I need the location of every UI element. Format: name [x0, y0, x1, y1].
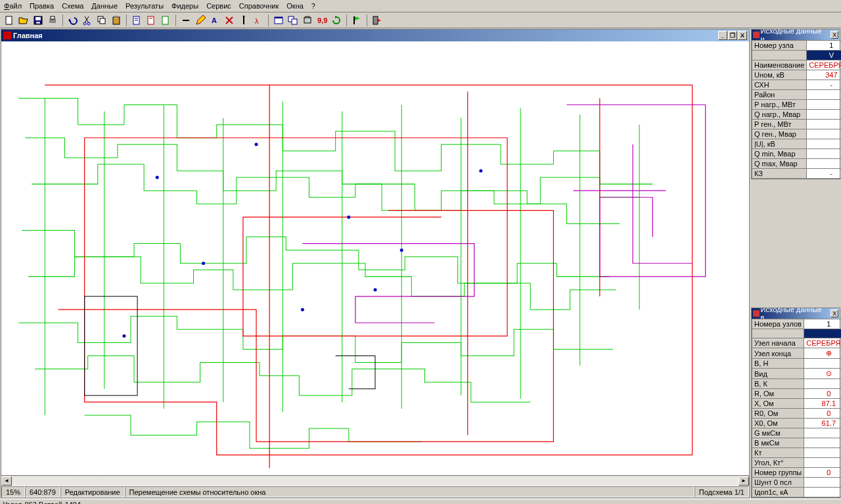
horizontal-scrollbar[interactable]: ◄ ► [1, 475, 749, 486]
prop-value[interactable]: 0 [804, 389, 841, 399]
minimize-button[interactable]: _ [718, 31, 727, 40]
prop-value[interactable]: 61.7 [804, 419, 841, 428]
menu-windows[interactable]: Окна [286, 2, 304, 10]
cut-icon[interactable] [81, 14, 94, 27]
prop-value[interactable] [804, 448, 841, 458]
new-icon[interactable] [3, 14, 16, 27]
prop-value[interactable] [804, 478, 841, 488]
tool-text-icon[interactable]: A [208, 14, 221, 27]
node-panel-title[interactable]: Исходные данные н... X [752, 30, 840, 40]
prop-label: Шунт 0 псл [752, 478, 804, 488]
maximize-button[interactable]: ❐ [728, 31, 737, 40]
prop-value[interactable] [804, 458, 841, 468]
prop-value[interactable]: 0 [804, 468, 841, 478]
menu-reference[interactable]: Справочник [239, 2, 279, 10]
prop-value[interactable]: 87.1 [804, 399, 841, 409]
branch-props-table[interactable]: Номера узлов1Узел началаСЕРЕБРЯНСУзел ко… [752, 319, 841, 497]
scroll-track[interactable] [12, 476, 739, 486]
child-titlebar[interactable]: Главная _ ❐ X [1, 30, 749, 41]
prop-value[interactable]: 1 [804, 319, 841, 329]
paste-icon[interactable] [110, 14, 123, 27]
prop-value[interactable] [807, 120, 841, 129]
menu-schema[interactable]: Схема [62, 2, 83, 10]
copy-icon[interactable] [95, 14, 108, 27]
doc3-icon[interactable] [159, 14, 172, 27]
prop-value[interactable] [807, 129, 841, 139]
prop-value[interactable]: - [807, 169, 841, 179]
menu-file[interactable]: ФФайлайл [4, 2, 22, 10]
menu-service[interactable]: Сервис [206, 2, 231, 10]
save-icon[interactable] [32, 14, 45, 27]
svg-marker-40 [355, 16, 360, 20]
prop-label: Q нагр., Мвар [752, 110, 807, 120]
prop-value[interactable] [807, 159, 841, 169]
prop-value[interactable]: СЕРЕБРЯНС [804, 338, 841, 348]
prop-value[interactable] [804, 329, 841, 338]
prop-value[interactable]: СЕРЕБРЯНС [807, 60, 841, 70]
svg-rect-6 [49, 19, 56, 23]
prop-value[interactable]: 1 [807, 41, 841, 51]
scroll-right-button[interactable]: ► [739, 476, 749, 486]
window2-icon[interactable] [286, 14, 300, 27]
print-icon[interactable] [46, 14, 59, 27]
menu-help[interactable]: ? [311, 2, 315, 10]
status-zoom: 15% [1, 486, 25, 497]
doc2-icon[interactable] [145, 14, 158, 27]
prop-value[interactable] [804, 438, 841, 448]
prop-label [752, 51, 807, 60]
tool-info-icon[interactable] [237, 14, 250, 27]
prop-value[interactable] [807, 139, 841, 149]
prop-value[interactable] [804, 379, 841, 389]
prop-value[interactable]: ⊙ [804, 369, 841, 379]
power-grid-schematic [5, 45, 745, 475]
refresh-icon[interactable] [330, 14, 343, 27]
exit-icon[interactable] [371, 14, 384, 27]
prop-value[interactable] [807, 110, 841, 120]
prop-value[interactable]: V [807, 51, 841, 60]
prop-value[interactable]: ⊕ [804, 348, 841, 359]
menu-feeders[interactable]: Фидеры [171, 2, 198, 10]
close-button[interactable]: X [738, 31, 747, 40]
tool-node-icon[interactable] [179, 14, 193, 27]
doc1-icon[interactable] [130, 14, 143, 27]
menu-results[interactable]: Результаты [125, 2, 164, 10]
branch-panel-title[interactable]: Исходные данные в... X [752, 308, 840, 319]
prop-value[interactable] [804, 359, 841, 369]
prop-label: КЗ [752, 169, 807, 179]
menu-edit[interactable]: Правка [30, 2, 54, 10]
svg-rect-16 [114, 16, 118, 18]
menu-data[interactable]: Данные [91, 2, 118, 10]
prop-label: R0, Ом [752, 409, 804, 419]
db-icon[interactable] [301, 14, 314, 27]
svg-marker-24 [196, 15, 206, 24]
prop-value[interactable]: - [807, 80, 841, 90]
node-props-table[interactable]: Номер узла1VНаименованиеСЕРЕБРЯНСUном, к… [752, 40, 841, 179]
prop-value[interactable]: 347 [807, 70, 841, 80]
prop-value[interactable]: 0 [804, 409, 841, 419]
prop-value[interactable] [807, 90, 841, 100]
main-child-window: Главная _ ❐ X [1, 29, 750, 498]
tool-delete-icon[interactable] [223, 14, 236, 27]
flag-icon[interactable] [350, 14, 363, 27]
svg-marker-8 [68, 18, 70, 22]
prop-value[interactable] [807, 149, 841, 159]
panel1-close-button[interactable]: X [830, 31, 838, 39]
window1-icon[interactable] [272, 14, 285, 27]
tool-lambda-icon[interactable]: λ [252, 14, 265, 27]
prop-label: Кт [752, 448, 804, 458]
svg-marker-2 [19, 18, 28, 24]
svg-point-49 [479, 170, 482, 173]
panel2-close-button[interactable]: X [830, 309, 838, 317]
prop-value[interactable] [804, 488, 841, 497]
prop-value[interactable] [804, 428, 841, 438]
scroll-left-button[interactable]: ◄ [1, 476, 12, 486]
prop-value[interactable] [807, 100, 841, 110]
tool-pencil-icon[interactable] [194, 14, 207, 27]
open-icon[interactable] [17, 14, 30, 27]
svg-point-46 [347, 216, 350, 219]
schematic-canvas[interactable] [1, 41, 749, 475]
prop-label: X, Ом [752, 399, 804, 409]
calc-icon[interactable]: 9,9 [315, 14, 329, 27]
prop-label: Номера узлов [752, 319, 804, 329]
undo-icon[interactable] [66, 14, 80, 27]
